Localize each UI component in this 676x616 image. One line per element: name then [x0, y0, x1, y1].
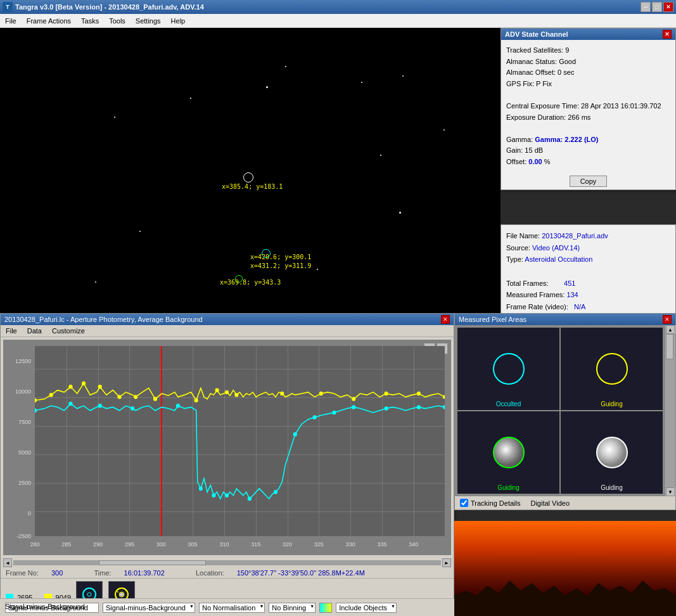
svg-point-36: [87, 593, 91, 596]
svg-point-4: [98, 385, 102, 388]
adv-copy-area: Copy: [501, 173, 675, 189]
guiding-circle-2: [493, 437, 525, 468]
location-value: 150°38'27.7" -33°39'50.0" 285.8M+22.4M: [237, 569, 365, 577]
coord-label-3: x=431.2; y=311.9: [250, 262, 311, 269]
almanac-status: Almanac Status: Good: [506, 56, 670, 68]
menu-tasks[interactable]: Tasks: [76, 14, 104, 27]
adv-panel-titlebar: ADV State Channel ✕: [501, 29, 675, 40]
menu-tools[interactable]: Tools: [104, 14, 131, 27]
include-objects-dropdown-display[interactable]: Include Objects: [336, 603, 397, 613]
guiding-circle-1: [596, 353, 628, 385]
binning-dropdown-wrapper[interactable]: No Binning ▼: [269, 603, 316, 613]
minimize-button[interactable]: ─: [641, 2, 651, 12]
guiding-circle-3: [596, 437, 628, 468]
svg-point-13: [319, 392, 323, 395]
mpa-cell-guiding-3: Guiding: [561, 411, 663, 494]
mpa-scroll-down-button[interactable]: ▼: [666, 487, 675, 496]
chart-inner: 280 285 290 295 300 305 310 315 320 325 …: [35, 346, 445, 536]
mpa-title-text: Measured Pixel Areas: [459, 316, 526, 323]
lc-menu-data[interactable]: Data: [22, 326, 47, 336]
svg-point-33: [417, 405, 421, 409]
svg-point-27: [274, 490, 277, 494]
lc-window: 20130428_Pafuri.lc - Aperture Photometry…: [0, 313, 454, 616]
menu-settings[interactable]: Settings: [131, 14, 166, 27]
svg-point-43: [120, 593, 124, 596]
x-label-325: 325: [314, 541, 324, 548]
guiding-label-1: Guiding: [561, 401, 663, 407]
svg-point-34: [443, 405, 445, 409]
svg-point-28: [293, 432, 297, 436]
svg-point-0: [35, 399, 37, 402]
file-name-row: File Name: 20130428_Pafuri.adv: [506, 230, 670, 242]
scroll-right-button[interactable]: ►: [442, 558, 451, 567]
coord-label-4: x=369.8; y=343.3: [220, 279, 281, 286]
x-label-320: 320: [283, 541, 292, 548]
lc-menubar: File Data Customize: [1, 325, 454, 337]
mpa-scroll-up-button[interactable]: ▲: [666, 325, 675, 334]
maximize-button[interactable]: □: [652, 2, 662, 12]
lc-menu-file[interactable]: File: [1, 326, 22, 336]
svg-point-9: [215, 388, 219, 392]
menu-help[interactable]: Help: [166, 14, 191, 27]
svg-point-22: [176, 404, 180, 407]
binning-dropdown-display[interactable]: No Binning: [269, 603, 316, 613]
mpa-cell-guiding-2: Guiding: [457, 411, 559, 494]
svg-point-30: [332, 411, 336, 414]
signal-dropdown-wrapper[interactable]: Signal-minus-Background ▼: [103, 603, 195, 613]
gamma: Gamma: Gamma: 2.222 (LO): [506, 134, 670, 146]
measured-frames-row: Measured Frames: 134: [506, 289, 670, 301]
svg-point-29: [313, 415, 317, 419]
svg-point-14: [352, 397, 355, 401]
lc-close-button[interactable]: ✕: [441, 315, 450, 324]
x-label-305: 305: [188, 541, 198, 548]
mpa-grid: Occulted Guiding Guiding Guiding: [455, 325, 665, 496]
x-label-285: 285: [61, 541, 71, 548]
svg-point-18: [35, 409, 37, 413]
window-controls: ─ □ ✕: [641, 2, 673, 12]
almanac-offset: Almanac Offset: 0 sec: [506, 67, 670, 79]
normalisation-dropdown-wrapper[interactable]: No Normalisation ▼: [199, 603, 265, 613]
adv-panel-close-button[interactable]: ✕: [663, 30, 672, 39]
svg-point-2: [68, 385, 72, 388]
close-button[interactable]: ✕: [663, 2, 673, 12]
gps-fix: GPS Fix: P Fix: [506, 79, 670, 90]
svg-point-6: [134, 395, 137, 399]
copy-button[interactable]: Copy: [570, 176, 608, 187]
normalisation-dropdown-display[interactable]: No Normalisation: [199, 603, 265, 613]
coord-label-1: x=385.4; y=183.1: [222, 183, 283, 190]
x-label-330: 330: [346, 541, 355, 548]
x-label-340: 340: [409, 541, 418, 548]
signal-dropdown[interactable]: Signal-minus-Background: [5, 603, 99, 613]
include-objects-dropdown-wrapper[interactable]: Include Objects ▼: [336, 603, 397, 613]
lc-menu-customize[interactable]: Customize: [47, 326, 90, 336]
mpa-content: Occulted Guiding Guiding Guiding: [455, 325, 675, 496]
signal-dropdown-display[interactable]: Signal-minus-Background: [103, 603, 195, 613]
mpa-close-button[interactable]: ✕: [663, 315, 672, 324]
scroll-track: [13, 560, 441, 565]
frame-no-value: 300: [51, 569, 63, 577]
menu-frame-actions[interactable]: Frame Actions: [22, 14, 76, 27]
mpa-scroll-thumb[interactable]: [666, 334, 673, 359]
mpa-footer: Tracking Details Digital Video: [455, 496, 675, 510]
x-label-310: 310: [219, 541, 229, 548]
time-value: 16:01:39.702: [124, 569, 165, 577]
adv-panel-body: Tracked Satellites: 9 Almanac Status: Go…: [501, 40, 675, 173]
bottom-toolbar: Signal-minus-Background Signal-minus-Bac…: [0, 598, 454, 616]
y-axis: -2500 0 2500 5000 7500 10000 12500: [3, 346, 34, 536]
time-label: Time:: [94, 569, 112, 577]
lc-title-text: 20130428_Pafuri.lc - Aperture Photometry…: [4, 316, 203, 323]
scroll-thumb[interactable]: [99, 560, 206, 565]
scroll-left-button[interactable]: ◄: [3, 558, 12, 567]
svg-point-19: [68, 402, 72, 406]
guiding-label-2: Guiding: [457, 484, 559, 491]
target-circle-1: [243, 172, 253, 183]
tracking-details-checkbox[interactable]: [460, 499, 468, 507]
tracking-details-label[interactable]: Tracking Details: [460, 499, 520, 507]
offset: Offset: 0.00 %: [506, 157, 670, 168]
svg-point-38: [92, 589, 94, 590]
svg-point-7: [153, 397, 157, 401]
menu-file[interactable]: File: [0, 14, 22, 27]
svg-point-45: [125, 590, 127, 591]
mpa-cell-occulted: Occulted: [457, 328, 559, 410]
window-title: Tangra v3.0 [Beta Version] - 20130428_Pa…: [15, 3, 204, 11]
